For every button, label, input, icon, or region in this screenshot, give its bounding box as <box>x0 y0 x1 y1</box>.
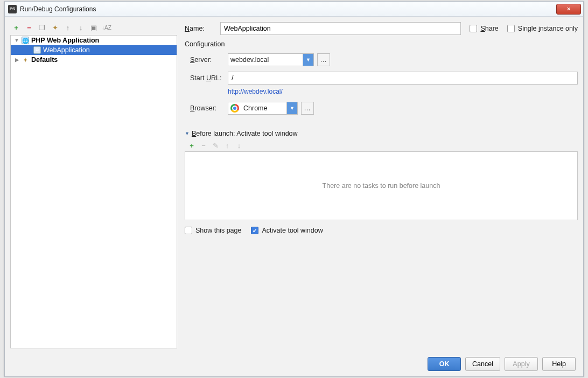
checkbox-icon <box>185 227 192 234</box>
server-browse-button[interactable]: … <box>317 53 330 66</box>
name-input[interactable] <box>220 22 461 35</box>
browser-browse-button[interactable]: … <box>301 102 314 115</box>
before-launch-header[interactable]: ▼ Before launch: Activate tool window <box>185 130 578 137</box>
dropdown-arrow-icon: ▼ <box>286 102 297 114</box>
window-title: Run/Debug Configurations <box>20 5 96 13</box>
gear-icon: ✦ <box>22 56 29 64</box>
server-label: Server: <box>190 56 228 64</box>
configuration-section-title: Configuration <box>185 40 578 48</box>
cancel-button[interactable]: Cancel <box>465 357 500 371</box>
help-button[interactable]: Help <box>542 357 576 371</box>
move-down-button[interactable]: ↓ <box>76 23 86 32</box>
edit-task-button[interactable]: ✎ <box>212 142 219 149</box>
remove-config-button[interactable]: − <box>24 23 34 32</box>
titlebar: PS Run/Debug Configurations ✕ <box>5 2 583 17</box>
empty-tasks-text: There are no tasks to run before launch <box>323 182 440 190</box>
tree-node-label: PHP Web Application <box>31 37 99 44</box>
app-icon: PS <box>8 5 17 13</box>
before-launch-tasks-list[interactable]: There are no tasks to run before launch <box>185 151 578 220</box>
close-icon: ✕ <box>566 6 571 12</box>
window-close-button[interactable]: ✕ <box>556 4 581 15</box>
start-url-input[interactable] <box>228 72 578 85</box>
edit-defaults-button[interactable]: ✦ <box>50 23 60 32</box>
tree-node-php-web-application[interactable]: ▼ 🌐 PHP Web Application <box>11 36 177 45</box>
task-up-button[interactable]: ↑ <box>223 142 231 149</box>
share-checkbox[interactable]: Share <box>470 25 498 32</box>
resolved-url-link[interactable]: http://webdev.local/ <box>228 88 578 95</box>
show-this-page-checkbox[interactable]: Show this page <box>185 227 241 234</box>
remove-task-button[interactable]: − <box>200 142 207 149</box>
tree-node-webapplication[interactable]: ⧉ WebApplication <box>11 45 177 55</box>
run-debug-config-dialog: PS Run/Debug Configurations ✕ + − ❐ ✦ ↑ … <box>4 1 584 377</box>
activate-tool-window-label: Activate tool window <box>262 227 323 234</box>
move-up-button[interactable]: ↑ <box>63 23 73 32</box>
config-toolbar: + − ❐ ✦ ↑ ↓ ▣ ↓AZ <box>10 22 177 35</box>
dropdown-arrow-icon: ▼ <box>303 54 313 66</box>
start-url-label: Start URL: <box>190 74 228 82</box>
add-task-button[interactable]: + <box>188 142 195 149</box>
dialog-footer: OK Cancel Apply Help <box>428 357 576 371</box>
disclosure-triangle-icon: ▼ <box>185 131 190 136</box>
browser-label: Browser: <box>190 104 228 112</box>
config-tree[interactable]: ▼ 🌐 PHP Web Application ⧉ WebApplication… <box>10 35 177 348</box>
expand-toggle-icon[interactable]: ▶ <box>14 57 19 62</box>
apply-button: Apply <box>505 357 538 371</box>
copy-config-button[interactable]: ❐ <box>37 23 47 32</box>
checkbox-icon <box>470 25 477 32</box>
before-launch-toolbar: + − ✎ ↑ ↓ <box>185 141 578 151</box>
add-config-button[interactable]: + <box>11 23 21 32</box>
folder-button[interactable]: ▣ <box>89 23 99 32</box>
server-value: webdev.local <box>228 56 303 64</box>
ok-button[interactable]: OK <box>428 357 461 371</box>
browser-combo[interactable]: Chrome ▼ <box>228 102 298 115</box>
chrome-icon <box>230 104 239 113</box>
task-down-button[interactable]: ↓ <box>235 142 243 149</box>
tree-node-label: Defaults <box>31 56 58 64</box>
browser-value: Chrome <box>241 104 286 112</box>
tree-node-defaults[interactable]: ▶ ✦ Defaults <box>11 55 177 65</box>
sort-button[interactable]: ↓AZ <box>102 23 111 32</box>
show-this-page-label: Show this page <box>195 227 241 234</box>
checkbox-icon <box>507 25 515 32</box>
activate-tool-window-checkbox[interactable]: ✔ Activate tool window <box>251 227 323 234</box>
php-file-icon: ⧉ <box>33 46 41 54</box>
php-app-icon: 🌐 <box>22 37 29 44</box>
expand-toggle-icon[interactable]: ▼ <box>14 38 19 43</box>
single-instance-checkbox[interactable]: Single instance only <box>507 25 578 32</box>
checkbox-checked-icon: ✔ <box>251 227 258 234</box>
name-label: Name: <box>185 25 220 32</box>
tree-node-label: WebApplication <box>43 46 90 54</box>
server-combo[interactable]: webdev.local ▼ <box>228 53 314 66</box>
